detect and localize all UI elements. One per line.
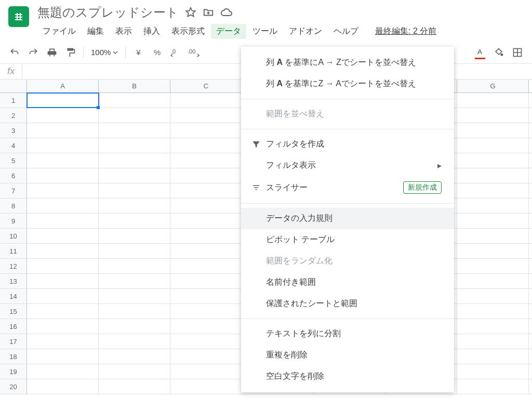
cell[interactable]	[99, 138, 170, 153]
cell[interactable]	[170, 183, 242, 198]
cell[interactable]	[170, 214, 242, 228]
star-icon[interactable]	[185, 7, 196, 18]
move-icon[interactable]	[203, 7, 214, 18]
cell[interactable]	[27, 108, 99, 123]
row-header[interactable]: 18	[0, 349, 27, 364]
cell[interactable]	[457, 274, 529, 288]
cell[interactable]	[99, 108, 170, 123]
cell[interactable]	[27, 153, 99, 168]
menu-filter-views[interactable]: フィルタ表示▸	[241, 155, 454, 176]
col-header-B[interactable]: B	[99, 79, 170, 92]
cell[interactable]	[170, 168, 242, 183]
menu-create-filter[interactable]: フィルタを作成	[241, 134, 454, 155]
cell[interactable]	[99, 274, 170, 288]
cell[interactable]	[99, 349, 170, 364]
cell[interactable]	[457, 319, 529, 334]
cell[interactable]	[457, 334, 529, 349]
cell[interactable]	[457, 198, 529, 213]
menu-view[interactable]: 表示	[110, 24, 137, 39]
cell[interactable]	[27, 214, 99, 228]
cell[interactable]	[170, 108, 242, 123]
cell[interactable]	[99, 304, 170, 319]
cell[interactable]	[170, 349, 242, 364]
cell[interactable]	[170, 334, 242, 349]
cell[interactable]	[457, 93, 529, 108]
cell[interactable]	[99, 93, 170, 108]
row-header[interactable]: 12	[0, 259, 27, 273]
cell[interactable]	[99, 183, 170, 198]
cell[interactable]	[457, 259, 529, 273]
cell[interactable]	[457, 108, 529, 123]
menu-slicer[interactable]: スライサー新規作成	[241, 176, 454, 199]
cell[interactable]	[170, 229, 242, 243]
row-header[interactable]: 19	[0, 364, 27, 379]
cell[interactable]	[457, 183, 529, 198]
row-header[interactable]: 7	[0, 183, 27, 198]
row-header[interactable]: 15	[0, 304, 27, 319]
menu-insert[interactable]: 挿入	[138, 24, 165, 39]
paint-format-button[interactable]	[62, 45, 79, 60]
cell[interactable]	[99, 168, 170, 183]
menu-tools[interactable]: ツール	[247, 24, 283, 39]
cell[interactable]	[457, 244, 529, 258]
cell[interactable]	[170, 259, 242, 273]
cloud-saved-icon[interactable]	[220, 6, 233, 19]
cell[interactable]	[99, 198, 170, 213]
cell[interactable]	[27, 138, 99, 153]
cell[interactable]	[99, 123, 170, 138]
cell[interactable]	[170, 319, 242, 334]
cell[interactable]	[27, 274, 99, 288]
cell[interactable]	[27, 183, 99, 198]
menu-format[interactable]: 表示形式	[166, 24, 210, 39]
row-header[interactable]: 16	[0, 319, 27, 334]
cell[interactable]	[170, 379, 242, 394]
row-header[interactable]: 2	[0, 108, 27, 123]
col-header-G[interactable]: G	[457, 79, 529, 92]
text-color-button[interactable]: A	[472, 45, 488, 60]
cell[interactable]	[170, 244, 242, 258]
menu-help[interactable]: ヘルプ	[328, 24, 364, 39]
menu-trim-whitespace[interactable]: 空白文字を削除	[241, 366, 454, 387]
doc-title[interactable]: 無題のスプレッドシート	[37, 4, 179, 21]
cell[interactable]	[99, 334, 170, 349]
menu-edit[interactable]: 編集	[82, 24, 109, 39]
cell[interactable]	[170, 198, 242, 213]
borders-button[interactable]	[509, 45, 526, 60]
row-header[interactable]: 3	[0, 123, 27, 138]
row-header[interactable]: 14	[0, 289, 27, 303]
select-all-corner[interactable]	[0, 79, 27, 92]
cell[interactable]	[457, 364, 529, 379]
cell[interactable]	[99, 289, 170, 303]
menu-addons[interactable]: アドオン	[284, 24, 327, 39]
cell[interactable]	[27, 289, 99, 303]
menu-remove-duplicates[interactable]: 重複を削除	[241, 344, 454, 366]
row-header[interactable]: 13	[0, 274, 27, 288]
cell[interactable]	[27, 198, 99, 213]
cell[interactable]	[27, 349, 99, 364]
cell[interactable]	[27, 364, 99, 379]
row-header[interactable]: 20	[0, 379, 27, 394]
cell[interactable]	[27, 93, 99, 108]
decrease-decimal-button[interactable]: .0	[167, 45, 184, 60]
row-header[interactable]: 11	[0, 244, 27, 258]
cell[interactable]	[170, 123, 242, 138]
cell[interactable]	[170, 289, 242, 303]
cell[interactable]	[99, 244, 170, 258]
row-header[interactable]: 8	[0, 198, 27, 213]
cell[interactable]	[27, 379, 99, 394]
menu-file[interactable]: ファイル	[37, 24, 81, 39]
cell[interactable]	[27, 319, 99, 334]
cell[interactable]	[457, 168, 529, 183]
row-header[interactable]: 1	[0, 93, 27, 108]
cell[interactable]	[27, 259, 99, 273]
cell[interactable]	[170, 304, 242, 319]
zoom-select[interactable]: 100%	[88, 48, 121, 57]
col-header-A[interactable]: A	[27, 79, 99, 92]
cell[interactable]	[457, 304, 529, 319]
row-header[interactable]: 17	[0, 334, 27, 349]
undo-button[interactable]	[6, 45, 23, 60]
cell[interactable]	[170, 364, 242, 379]
cell[interactable]	[27, 168, 99, 183]
fill-color-button[interactable]	[490, 45, 507, 60]
cell[interactable]	[99, 259, 170, 273]
